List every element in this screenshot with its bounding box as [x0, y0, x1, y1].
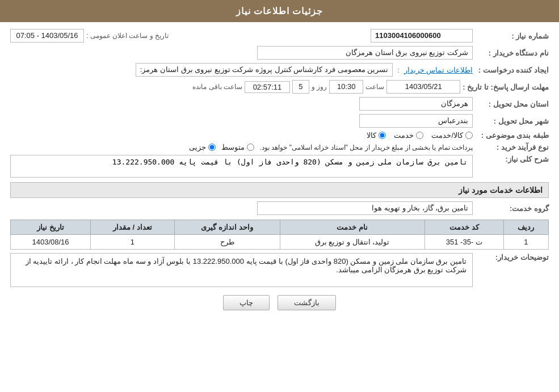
shomare-niaz-label: شماره نیاز : [475, 32, 549, 40]
jazii-label: جزیی [189, 143, 206, 151]
grohe-khadamat-row: گروه خدمت: تامین برق، گاز، بخار و تهویه … [10, 201, 549, 215]
noe-farayand-row: نوع فرآیند خرید : پرداخت تمام یا بخشی از… [10, 143, 549, 151]
tozihat-row: توضیحات خریدار: تامین برق سازمان ملی زمی… [10, 253, 549, 287]
ijad-konande-link[interactable]: اطلاعات تماس خریدار [404, 66, 473, 74]
noe-farayand-label: نوع فرآیند خرید : [475, 143, 549, 151]
shomare-niaz-value: 1103004106000600 [371, 29, 473, 43]
tabaqe-kala-khadamat-label: کالا/خدمت [431, 131, 463, 140]
tabaqe-khadamat-label: خدمت [394, 131, 414, 140]
col-tedad: تعداد / مقدار [91, 220, 175, 235]
motavaset-radio[interactable] [247, 144, 254, 151]
mohlat-remain-label: ساعت باقی مانده [192, 83, 242, 91]
print-button[interactable]: چاپ [223, 295, 270, 310]
sharh-koli-label: شرح کلی نیاز: [475, 155, 549, 163]
grohe-khadamat-label: گروه خدمت: [475, 204, 549, 213]
tabaqe-options: کالا/خدمت خدمت کالا [367, 131, 473, 140]
purchase-type-options: پرداخت تمام یا بخشی از مبلغ خریدار از مح… [189, 143, 473, 151]
col-tarikh: تاریخ نیاز [11, 220, 91, 235]
tabaqe-kala-item: کالا [367, 131, 386, 140]
tabaqe-row: طبقه بندی موضوعی : کالا/خدمت خدمت کالا [10, 131, 549, 140]
col-name: نام خدمت [280, 220, 424, 235]
ijad-konande-value: نسرین معصومی فرد کارشناس کنترل پروژه شرک… [136, 63, 393, 77]
table-row: 1ت -35- 351تولید، انتقال و توزیع برقطرح1… [11, 235, 549, 250]
col-kod: کد خدمت [424, 220, 503, 235]
ostan-label: استان محل تحویل : [475, 100, 549, 108]
nam-dastgah-value: شرکت توزیع نیروی برق استان هرمزگان [257, 46, 473, 60]
ostan-value: هرمزگان [359, 97, 473, 111]
tabaqe-khadamat-radio[interactable] [416, 132, 423, 139]
page-title: جزئیات اطلاعات نیاز [236, 6, 323, 16]
tabaqe-kala-label: کالا [367, 131, 376, 140]
grohe-khadamat-value: تامین برق، گاز، بخار و تهویه هوا [257, 201, 473, 215]
tozihat-label: توضیحات خریدار: [475, 253, 549, 262]
mohlat-days: 5 [292, 80, 309, 94]
service-table: ردیف کد خدمت نام خدمت واحد اندازه گیری ت… [10, 220, 549, 250]
page-header: جزئیات اطلاعات نیاز [0, 0, 559, 22]
shahr-label: شهر محل تحویل : [475, 117, 549, 125]
tabaqe-kala-radio[interactable] [379, 132, 386, 139]
purchase-type-note: پرداخت تمام یا بخشی از مبلغ خریدار از مح… [260, 144, 473, 151]
back-button[interactable]: بازگشت [278, 295, 336, 310]
ijad-konande-row: ایجاد کننده درخواست : اطلاعات تماس خریدا… [10, 63, 549, 77]
col-radif: ردیف [503, 220, 548, 235]
khadamat-section-header: اطلاعات خدمات مورد نیاز [10, 182, 549, 198]
tarikh-label: تاریخ و ساعت اعلان عمومی : [86, 32, 169, 40]
tozihat-value: تامین برق سازمان ملی زمین و مسکن (820 وا… [10, 253, 473, 287]
shahr-row: شهر محل تحویل : بندرعباس [10, 114, 549, 128]
mohlat-row: مهلت ارسال پاسخ: تا تاریخ : 1403/05/21 س… [10, 80, 549, 94]
motavaset-item: متوسط [221, 143, 254, 151]
ostan-row: استان محل تحویل : هرمزگان [10, 97, 549, 111]
footer-buttons: بازگشت چاپ [10, 295, 549, 310]
shomare-niaz-row: شماره نیاز : 1103004106000600 تاریخ و سا… [10, 29, 549, 43]
nam-dastgah-label: نام دستگاه خریدار : [475, 49, 549, 57]
mohlat-time: 10:30 [329, 80, 363, 94]
tabaqe-kala-khadamat-radio[interactable] [465, 132, 473, 139]
nam-dastgah-row: نام دستگاه خریدار : شرکت توزیع نیروی برق… [10, 46, 549, 60]
tabaqe-label: طبقه بندی موضوعی : [475, 131, 549, 140]
sharh-koli-textarea[interactable] [10, 155, 473, 178]
tarikh-value: 1403/05/16 - 07:05 [10, 29, 84, 43]
col-vahed: واحد اندازه گیری [174, 220, 280, 235]
mohlat-day-label: روز و [312, 83, 327, 91]
shahr-value: بندرعباس [359, 114, 473, 128]
mohlat-remain: 02:57:11 [245, 81, 290, 93]
motavaset-label: متوسط [221, 143, 245, 151]
tabaqe-khadamat-item: خدمت [394, 131, 423, 140]
ijad-konande-label: ایجاد کننده درخواست : [475, 66, 549, 74]
mohlat-label: مهلت ارسال پاسخ: تا تاریخ : [463, 83, 549, 91]
mohlat-time-label: ساعت [365, 83, 384, 91]
jazii-radio[interactable] [208, 144, 216, 151]
mohlat-date: 1403/05/21 [386, 80, 460, 94]
sharh-koli-row: شرح کلی نیاز: [10, 155, 549, 178]
jazii-item: جزیی [189, 143, 216, 151]
tabaqe-kala-khadamat-item: کالا/خدمت [431, 131, 473, 140]
